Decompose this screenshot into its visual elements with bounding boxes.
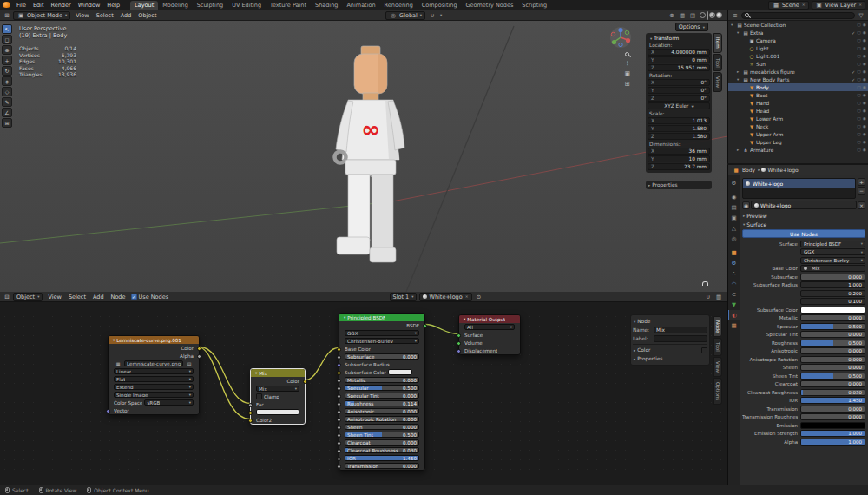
prop-slider-transmission[interactable]: 0.000	[800, 406, 865, 412]
menu-render[interactable]: Render	[47, 2, 74, 9]
prop-slider-roughness[interactable]: 0.500	[800, 340, 865, 346]
prop-field-7[interactable]: 0.100	[800, 298, 865, 305]
sheen-tint-slider[interactable]: Sheen Tint0.500	[345, 432, 419, 438]
node-sidebar-tab-node[interactable]: Node	[713, 316, 722, 337]
distribution-dropdown[interactable]: GGX▾	[345, 330, 419, 336]
prop-node-link-mix[interactable]: Mix	[800, 265, 865, 272]
z-axis-handle[interactable]	[618, 28, 622, 32]
workspace-tab-shading[interactable]: Shading	[311, 1, 342, 10]
field-scale--x[interactable]: X1.013	[648, 117, 710, 124]
wireframe-shading-icon[interactable]	[700, 12, 706, 18]
color-space-dropdown[interactable]: sRGB▾	[144, 399, 194, 406]
hide-render-icon[interactable]: ◉	[863, 46, 866, 50]
volume-input-socket[interactable]	[457, 341, 461, 346]
hide-viewport-icon[interactable]: ▢	[857, 93, 861, 97]
subsurface-method-dropdown[interactable]: Christensen-Burley▾	[345, 338, 419, 344]
collapse-icon[interactable]: ▾	[113, 338, 115, 342]
field-dimensions--x[interactable]: X36 mm	[648, 148, 710, 155]
outliner-row-mecabricks-figure[interactable]: ▸▤mecabricks figure✓▢◉	[728, 68, 868, 76]
use-nodes-checkbox[interactable]: ✓	[131, 294, 137, 300]
properties-tab-object[interactable]: ■	[728, 248, 740, 258]
image-texture-node[interactable]: ▾Lemniscate-curve.png.001ColorAlpha▦Lemn…	[108, 335, 200, 415]
hide-render-icon[interactable]: ◉	[863, 69, 866, 75]
snap-magnet-icon[interactable]: ∪	[428, 12, 437, 19]
specular-tint-slider[interactable]: Specular Tint0.000	[345, 393, 419, 399]
prop-slider-sheen[interactable]: 0.000	[800, 364, 865, 371]
properties-tab-world[interactable]: ◎	[728, 234, 740, 244]
color1-swatch[interactable]	[256, 409, 299, 415]
properties-tab-view-layer[interactable]: ▣	[728, 213, 740, 223]
browse-material-icon[interactable]: ◉	[742, 201, 750, 209]
prop-field-5[interactable]: 1.000	[800, 281, 865, 288]
outliner-row-light-001[interactable]: ○Light.001▢◉	[728, 52, 868, 60]
roughness-slider[interactable]: Roughness0.114	[345, 400, 419, 406]
node-label-field[interactable]	[654, 335, 707, 342]
transform-panel-header[interactable]: ▾ Transform	[648, 35, 710, 42]
sheen-slider[interactable]: Sheen0.000	[345, 424, 419, 430]
workspace-tab-uv-editing[interactable]: UV Editing	[227, 1, 266, 10]
alpha-output-socket[interactable]	[197, 354, 201, 359]
menu-window[interactable]: Window	[75, 2, 104, 9]
field-rotation--z[interactable]: Z0°	[648, 95, 710, 102]
transform-tool[interactable]: ◇	[2, 87, 12, 96]
specular-tint-input-socket[interactable]	[337, 394, 341, 399]
overlays-toggle-icon[interactable]: ▥	[714, 294, 723, 300]
outliner-row-hand[interactable]: ▼Hand▢◉	[728, 99, 868, 107]
field-location--y[interactable]: Y0 mm	[648, 56, 710, 63]
workspace-tab-animation[interactable]: Animation	[342, 1, 379, 10]
pan-icon[interactable]: ⊹	[625, 60, 630, 67]
roughness-input-socket[interactable]	[337, 402, 341, 406]
hide-viewport-icon[interactable]: ▢	[857, 116, 861, 121]
node-sidebar-tab-tool[interactable]: Tool	[713, 338, 722, 356]
use-nodes-button[interactable]: Use Nodes	[742, 229, 865, 238]
breadcrumb-material[interactable]: White+logo	[767, 167, 798, 173]
hide-viewport-icon[interactable]: ▢	[857, 109, 861, 113]
outliner-row-boot[interactable]: ▼Boot▢◉	[728, 91, 868, 99]
breadcrumb-object[interactable]: Body	[742, 167, 755, 173]
hide-render-icon[interactable]: ◉	[863, 124, 866, 129]
outliner-row-body[interactable]: ▼Body▢◉	[728, 83, 868, 91]
hide-render-icon[interactable]: ◉	[863, 30, 866, 36]
material-slot-list[interactable]: White+logo	[742, 178, 856, 199]
vector-input-socket[interactable]	[106, 409, 110, 413]
color-override-checkbox[interactable]	[701, 347, 707, 353]
field-rotation--y[interactable]: Y0°	[648, 87, 710, 94]
properties-tab-modifiers[interactable]: ⚙	[728, 258, 740, 268]
hide-viewport-icon[interactable]: ▢	[857, 46, 861, 50]
mix-node[interactable]: ▾MixColorMix▾ClampFacColor2	[250, 368, 306, 425]
material-output-node-header[interactable]: ▾Material Output	[459, 315, 520, 323]
prop-swatch-emission[interactable]	[800, 422, 865, 429]
sheen-tint-input-socket[interactable]	[337, 433, 341, 438]
workspace-tab-scripting[interactable]: Scripting	[517, 1, 551, 10]
clearcoat-input-socket[interactable]	[337, 441, 341, 446]
prop-field-6[interactable]: 0.200	[800, 290, 865, 297]
add-cube-tool[interactable]: ⊞	[2, 118, 12, 128]
field-dimensions--z[interactable]: Z23.7 mm	[648, 163, 710, 170]
specular-slider[interactable]: Specular0.500	[345, 385, 419, 391]
displacement-input-socket[interactable]	[457, 349, 461, 353]
prop-slider-clearcoat[interactable]: 0.000	[800, 380, 865, 387]
subsurface-radius-input-socket[interactable]	[337, 363, 341, 367]
rotation-mode-dropdown[interactable]: XYZ Euler▾	[648, 102, 710, 109]
color-output-socket[interactable]	[197, 346, 201, 351]
add-slot-button[interactable]: +	[858, 178, 865, 186]
hide-render-icon[interactable]: ◉	[863, 93, 866, 97]
pin-icon[interactable]: ⊙	[475, 294, 483, 300]
hide-viewport-icon[interactable]: ▢	[857, 124, 861, 129]
sidebar-tab-tool[interactable]: Tool	[713, 54, 722, 72]
material-slot-row[interactable]: White+logo	[743, 179, 855, 188]
snap-magnet-icon[interactable]: ∪	[704, 294, 713, 300]
hide-viewport-icon[interactable]: ▢	[857, 148, 861, 152]
base-color-input-socket[interactable]	[337, 347, 341, 352]
prop-swatch-subsurface-color[interactable]	[800, 307, 865, 314]
shader-editor[interactable]: ⊟ Object ▾ ViewSelectAddNode ✓ Use Nodes…	[0, 292, 727, 485]
properties-tab-particles[interactable]: ∴	[728, 268, 740, 279]
clearcoat-roughness-input-socket[interactable]	[337, 449, 341, 453]
scale-tool[interactable]: ◈	[2, 76, 12, 86]
hide-viewport-icon[interactable]: ▢	[857, 85, 861, 89]
editor-type-icon[interactable]: ⊟	[3, 294, 11, 300]
properties-tab-texture[interactable]: ▦	[728, 320, 740, 331]
field-dimensions--y[interactable]: Y10 mm	[648, 155, 710, 162]
hide-render-icon[interactable]: ◉	[863, 62, 866, 66]
collapse-icon[interactable]: ▾	[255, 371, 257, 375]
